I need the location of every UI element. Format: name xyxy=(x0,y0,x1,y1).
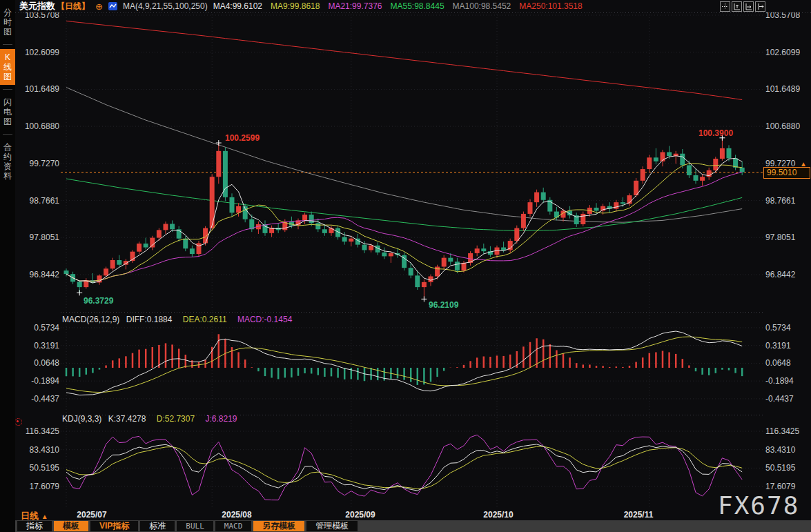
kdj-j-value: J:6.8219 xyxy=(206,414,237,424)
ma-params-label: MA(4,9,21,55,100,250) xyxy=(123,1,208,11)
y-axis-tick: 97.8051 xyxy=(18,233,59,242)
macd-hist-value: MACD:-0.1454 xyxy=(237,315,292,324)
toolbar-button-标准[interactable]: 标准 xyxy=(140,521,175,531)
period-selector-label: 日线 xyxy=(21,511,39,521)
y-axis-scale-icon[interactable] xyxy=(732,1,742,12)
last-price-tag: 99.5010 xyxy=(763,167,810,179)
y-axis-tick: 100.6880 xyxy=(765,121,807,131)
kdj-k-value: K:37.4278 xyxy=(108,414,146,424)
low-annotation: 96.2109 xyxy=(429,300,458,310)
macd-dea-value: DEA:0.2611 xyxy=(183,315,227,324)
y-axis-tick: -0.4437 xyxy=(765,394,807,404)
x-axis-date: 2025/09 xyxy=(345,510,375,520)
y-axis-tick: 0.5734 xyxy=(765,323,807,333)
chart-header: 美元指数 【日线】 ⊕ MA(4,9,21,55,100,250) MA4:99… xyxy=(15,0,811,12)
ma-value-label: MA55:98.8445 xyxy=(391,1,444,11)
y-axis-tick: 83.4310 xyxy=(765,445,807,455)
circle-plus-icon[interactable]: ⊕ xyxy=(95,1,103,12)
macd-params-label: MACD(26,12,9) xyxy=(62,315,119,324)
pan-right-icon[interactable] xyxy=(755,1,765,12)
y-axis-tick: 98.7661 xyxy=(765,196,807,206)
y-axis-tick: -0.4437 xyxy=(18,394,59,404)
symbol-title: 美元指数 xyxy=(19,0,55,12)
toolbar-button-模板[interactable]: 模板 xyxy=(54,521,88,531)
y-axis-tick: -0.1894 xyxy=(18,376,59,386)
toolbar-button-BULL[interactable]: BULL xyxy=(177,521,213,531)
y-axis-tick: 0.3191 xyxy=(18,341,59,351)
bottom-toolbar: 指标模板VIP指标标准BULLMACD另存模板管理模板 xyxy=(15,520,811,532)
y-axis-tick: 101.6489 xyxy=(765,84,807,94)
price-up-arrow-icon: ▲ xyxy=(800,160,807,168)
y-axis-tick: 99.7270 xyxy=(18,159,59,168)
toolbar-button-VIP指标[interactable]: VIP指标 xyxy=(90,521,138,531)
kdj-d-value: D:52.7307 xyxy=(157,414,195,424)
x-axis-scale-icon[interactable] xyxy=(743,1,754,12)
toolbar-button-指标[interactable]: 指标 xyxy=(17,521,52,531)
macd-panel-header: MACD(26,12,9) DIFF:0.1884 DEA:0.2611 MAC… xyxy=(62,315,292,324)
crosshair-icon[interactable] xyxy=(720,1,730,12)
y-axis-tick: 116.3425 xyxy=(765,426,807,436)
y-axis-tick: -0.1894 xyxy=(765,376,807,386)
y-axis-tick: 96.8442 xyxy=(765,270,807,279)
sidebar-tab-4[interactable]: 合约资料 xyxy=(0,139,15,184)
toolbar-button-另存模板[interactable]: 另存模板 xyxy=(253,521,304,531)
x-axis-date: 2025/07 xyxy=(77,510,106,520)
macd-diff-value: DIFF:0.1884 xyxy=(126,315,173,324)
sidebar-divider xyxy=(3,44,12,45)
y-axis-tick: 50.5195 xyxy=(18,463,59,473)
y-axis-tick: 98.7661 xyxy=(18,196,59,206)
sidebar-divider xyxy=(3,134,12,135)
high-annotation: 100.3900 xyxy=(698,128,733,138)
ma-value-label: MA4:99.6102 xyxy=(213,1,262,11)
y-axis-tick: 17.6079 xyxy=(18,482,59,491)
y-axis-tick: 116.3425 xyxy=(18,426,59,436)
ma-value-label: MA9:99.8618 xyxy=(271,1,320,11)
ma-values: MA4:99.6102MA9:99.8618MA21:99.7376MA55:9… xyxy=(213,1,583,11)
x-axis-date: 2025/11 xyxy=(624,510,654,520)
kdj-panel-header: KDJ(9,3,3) K:37.4278 D:52.7307 J:6.8219 xyxy=(62,414,237,424)
y-axis-tick: 0.5734 xyxy=(18,323,59,333)
x-axis-date: 2025/10 xyxy=(483,510,513,520)
y-axis-tick: 101.6489 xyxy=(18,84,59,94)
sidebar-divider xyxy=(3,89,12,90)
kdj-params-label: KDJ(9,3,3) xyxy=(62,414,101,424)
low-annotation: 96.3729 xyxy=(84,296,113,306)
y-axis-tick: 102.6099 xyxy=(18,48,59,57)
y-axis-tick: 50.5195 xyxy=(765,463,807,473)
candlestick-chart-icon[interactable] xyxy=(108,2,117,10)
chart-application: 分时图K线图闪电图合约资料 美元指数 【日线】 ⊕ MA(4,9,21,55,1… xyxy=(0,0,811,532)
y-axis-tick: 0.0648 xyxy=(18,358,59,368)
high-annotation: 100.2599 xyxy=(225,133,260,143)
ma-value-label: MA21:99.7376 xyxy=(328,1,382,11)
toolbar-button-管理模板[interactable]: 管理模板 xyxy=(306,521,358,531)
sidebar-tab-3[interactable]: 闪电图 xyxy=(0,94,15,130)
x-axis-date: 2025/08 xyxy=(222,510,251,520)
chart-canvas[interactable] xyxy=(0,0,811,532)
y-axis-tick: 0.3191 xyxy=(765,341,807,351)
chart-tool-icons xyxy=(720,1,765,12)
sidebar-tab-2[interactable]: K线图 xyxy=(0,49,15,85)
y-axis-tick: 97.8051 xyxy=(765,233,807,242)
fx678-watermark: FX678 xyxy=(718,491,799,520)
y-axis-tick: 83.4310 xyxy=(18,445,59,455)
y-axis-tick: 100.6880 xyxy=(18,121,59,131)
y-axis-tick: 102.6099 xyxy=(765,48,807,57)
y-axis-tick: 96.8442 xyxy=(18,270,59,279)
left-sidebar: 分时图K线图闪电图合约资料 xyxy=(0,0,15,532)
triangle-up-icon: ▲ xyxy=(41,513,48,520)
y-axis-tick: 0.0648 xyxy=(765,358,807,368)
red-sun-icon[interactable] xyxy=(14,418,22,426)
y-axis-tick: 17.6079 xyxy=(765,482,807,491)
ma-value-label: MA100:98.5452 xyxy=(453,1,511,11)
ma-value-label: MA250:101.3518 xyxy=(519,1,582,11)
period-tag: 【日线】 xyxy=(57,1,90,12)
toolbar-button-MACD[interactable]: MACD xyxy=(215,521,252,531)
sidebar-tab-1[interactable]: 分时图 xyxy=(0,4,15,40)
